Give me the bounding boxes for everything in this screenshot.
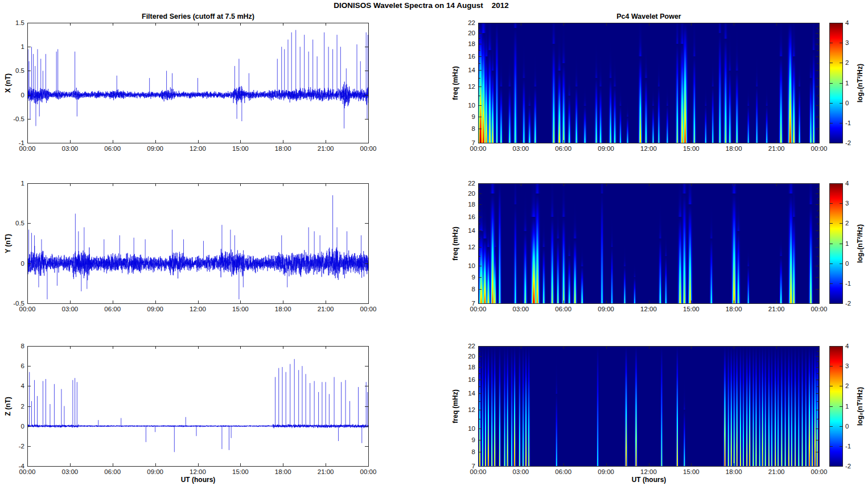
x-tick-label: 18:00: [275, 145, 291, 152]
colorbar-tick-label: 4: [845, 343, 849, 349]
plot-z-wavelet-canvas: [478, 346, 820, 467]
plot-y-series-canvas: [27, 183, 369, 304]
x-tick-label: 12:00: [190, 145, 206, 152]
colorbar-tick-label: 1: [845, 240, 849, 247]
x-tick-label: 09:00: [147, 145, 163, 152]
y-tick-label: 6: [21, 363, 24, 369]
y-tick-label: 20: [468, 190, 475, 197]
ylabel-freq-top: freq (mHz): [451, 66, 459, 100]
y-tick-label: 12: [468, 406, 475, 413]
colorbar-tick-label: 1: [845, 80, 849, 87]
x-tick-label: 06:00: [104, 468, 121, 475]
y-tick-label: 10: [468, 102, 475, 109]
y-tick-label: 7: [472, 463, 475, 469]
x-tick-label: 09:00: [147, 306, 163, 312]
figure-title: DIONISOS Wavelet Spectra on 14 August 20…: [334, 1, 508, 10]
x-tick-label: 15:00: [232, 468, 249, 475]
y-tick-label: 16: [468, 376, 475, 383]
plot-x-series-canvas: [27, 23, 369, 143]
plot-y-series: [27, 183, 369, 304]
colorbar-tick-label: -1: [845, 120, 851, 126]
colorbar-middle: [829, 183, 843, 304]
y-tick-label: 8: [472, 448, 475, 455]
ylabel-x-nt: X (nT): [4, 73, 12, 93]
x-tick-label: 00:00: [360, 468, 377, 475]
y-tick-label: -4: [19, 463, 24, 469]
y-tick-label: -2: [19, 443, 24, 450]
colorbar-bottom-unit-label: log₂(nT²/Hz): [856, 387, 864, 426]
x-tick-label: 21:00: [768, 145, 785, 152]
colorbar-bottom: [829, 346, 843, 467]
ylabel-z-nt: Z (nT): [4, 397, 12, 415]
x-tick-label: 12:00: [640, 145, 657, 152]
y-tick-label: 12: [468, 83, 475, 90]
y-tick-label: 20: [468, 353, 475, 360]
y-tick-label: 0: [21, 92, 24, 98]
y-tick-label: 20: [468, 30, 475, 36]
x-tick-label: 06:00: [555, 468, 571, 475]
x-tick-label: 18:00: [726, 145, 742, 152]
y-tick-label: 18: [468, 364, 475, 370]
x-tick-label: 03:00: [512, 145, 529, 152]
x-tick-label: 12:00: [190, 468, 206, 475]
figure: DIONISOS Wavelet Spectra on 14 August 20…: [0, 0, 868, 486]
x-tick-label: 21:00: [768, 306, 785, 312]
y-tick-label: 18: [468, 40, 475, 47]
colorbar-tick-label: 0: [845, 100, 849, 106]
x-tick-label: 03:00: [61, 145, 78, 152]
y-tick-label: 9: [472, 274, 475, 281]
y-tick-label: 16: [468, 53, 475, 60]
colorbar-tick-label: 3: [845, 200, 849, 207]
colorbar-top: [829, 23, 843, 143]
y-tick-label: 7: [472, 300, 475, 307]
y-tick-label: -1: [19, 139, 24, 146]
x-tick-label: 06:00: [555, 306, 571, 312]
y-tick-label: 14: [468, 390, 475, 397]
y-tick-label: 2: [21, 403, 24, 410]
x-tick-label: 21:00: [318, 306, 334, 312]
x-tick-label: 09:00: [598, 468, 614, 475]
plot-x-wavelet-canvas: [478, 23, 820, 143]
y-tick-label: 10: [468, 262, 475, 269]
x-tick-label: 03:00: [61, 306, 78, 312]
colorbar-tick-label: 0: [845, 423, 849, 430]
ylabel-freq-bottom: freq (mHz): [451, 389, 459, 423]
y-tick-label: 0.5: [15, 220, 24, 226]
plot-y-wavelet-canvas: [478, 183, 820, 304]
y-tick-label: 1: [21, 180, 24, 187]
x-tick-label: 18:00: [726, 468, 742, 475]
colorbar-middle-canvas: [829, 183, 843, 304]
x-tick-label: 03:00: [61, 468, 78, 475]
x-tick-label: 06:00: [104, 145, 121, 152]
x-tick-label: 15:00: [683, 145, 700, 152]
colorbar-tick-label: 0: [845, 260, 849, 267]
left-column-title: Filtered Series (cutoff at 7.5 mHz): [142, 13, 254, 20]
y-tick-label: 10: [468, 425, 475, 432]
colorbar-tick-label: 4: [845, 180, 849, 187]
plot-z-wavelet-spectrogram: [478, 346, 820, 467]
y-tick-label: 18: [468, 201, 475, 208]
x-tick-label: 15:00: [683, 306, 700, 312]
colorbar-tick-label: 2: [845, 59, 849, 66]
x-tick-label: 21:00: [318, 468, 334, 475]
colorbar-tick-label: -2: [845, 463, 851, 469]
x-tick-label: 03:00: [512, 306, 529, 312]
x-tick-label: 21:00: [318, 145, 334, 152]
y-tick-label: 4: [21, 382, 24, 389]
y-tick-label: 0: [21, 260, 24, 267]
y-tick-label: 1: [21, 43, 24, 50]
colorbar-tick-label: -1: [845, 443, 851, 450]
x-tick-label: 12:00: [640, 306, 657, 312]
colorbar-tick-label: 4: [845, 19, 849, 26]
y-tick-label: 9: [472, 113, 475, 120]
x-tick-label: 09:00: [598, 145, 614, 152]
colorbar-tick-label: 2: [845, 220, 849, 226]
x-tick-label: 18:00: [275, 306, 291, 312]
x-tick-label: 00:00: [811, 306, 828, 312]
plot-z-series: [27, 346, 369, 467]
plot-z-series-canvas: [27, 346, 369, 467]
x-tick-label: 12:00: [640, 468, 657, 475]
plot-x-wavelet-spectrogram: [478, 23, 820, 143]
xlabel-left: UT (hours): [181, 476, 216, 484]
y-tick-label: 22: [468, 180, 475, 187]
